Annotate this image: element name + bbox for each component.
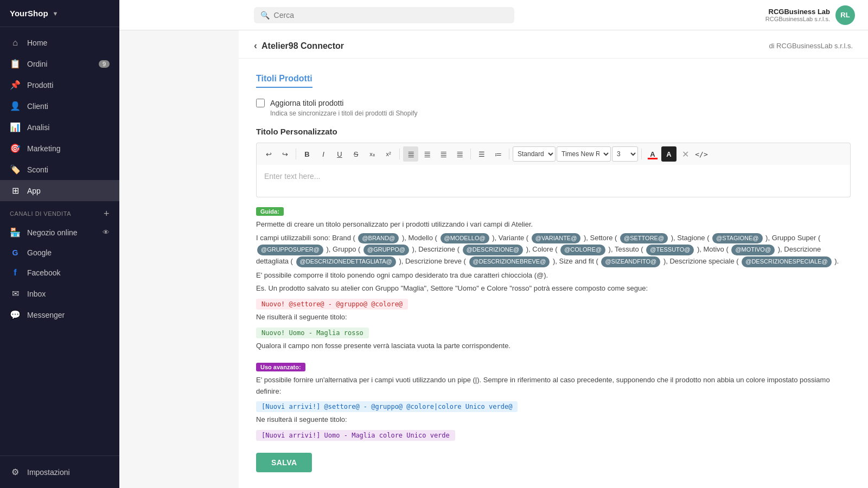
sidebar-item-google[interactable]: G Google [0, 243, 119, 262]
align-center-button[interactable]: ≣ [419, 146, 435, 162]
subscript-button[interactable]: x₂ [365, 146, 380, 162]
sidebar-item-prodotti[interactable]: 📌 Prodotti [0, 74, 119, 95]
sidebar-item-messenger[interactable]: 💬 Messenger [0, 304, 119, 325]
guide-result-label: Ne risulterà il seguente titolo: [256, 312, 851, 323]
toolbar-separator-3 [470, 149, 471, 159]
sidebar-item-label: Sconti [27, 165, 48, 174]
tag-descbreve: @DESCRIZIONEBREVE@ [469, 256, 550, 267]
sidebar-item-label: Negozio online [27, 228, 78, 237]
uso-result-label: Ne risulterà il seguente titolo: [256, 414, 851, 426]
clients-icon: 👤 [10, 101, 21, 111]
analytics-icon: 📊 [10, 122, 21, 132]
sidebar-item-inbox[interactable]: ✉ Inbox [0, 283, 119, 304]
sidebar-item-home[interactable]: ⌂ Home [0, 33, 119, 53]
sidebar-item-label: Inbox [27, 290, 46, 298]
sidebar-item-facebook[interactable]: f Facebook [0, 262, 119, 283]
page-header: ‹ Atelier98 Connector di RCGBusinessLab … [239, 30, 868, 59]
sidebar-item-marketing[interactable]: 🎯 Marketing [0, 138, 119, 159]
tag-descdettagliata: @DESCRIZIONEDETTAGLIATA@ [296, 256, 396, 267]
main-content: ‹ Atelier98 Connector di RCGBusinessLab … [239, 30, 868, 488]
redo-button[interactable]: ↪ [277, 146, 292, 162]
italic-button[interactable]: I [316, 146, 331, 162]
guide-text-1: Permette di creare un titolo personalizz… [256, 219, 851, 230]
sidebar-item-label: Facebook [27, 268, 60, 277]
clear-format-button[interactable]: ✕ [678, 146, 693, 162]
size-select[interactable]: 3 [612, 146, 638, 162]
section-title: Titoli Prodotti [256, 74, 312, 88]
sidebar-item-app[interactable]: ⊞ App [0, 180, 119, 201]
sidebar-logo[interactable]: YourShop ▼ [0, 0, 119, 27]
app-icon: ⊞ [10, 185, 21, 196]
checkbox-row: Aggiorna titoli prodotti [256, 99, 851, 107]
sidebar-item-ordini[interactable]: 📋 Ordini 9 [0, 53, 119, 74]
tag-motivo: @MOTIVO@ [731, 245, 775, 255]
save-button[interactable]: SALVA [256, 453, 312, 472]
undo-button[interactable]: ↩ [261, 146, 276, 162]
facebook-icon: f [10, 268, 21, 278]
guide-badge: Guida: [256, 207, 284, 216]
content-area: Titoli Prodotti Aggiorna titoli prodotti… [239, 59, 868, 487]
sidebar-item-impostazioni[interactable]: ⚙ Impostazioni [0, 461, 119, 483]
sidebar-nav: ⌂ Home 📋 Ordini 9 📌 Prodotti 👤 Clienti 📊… [0, 27, 119, 455]
sidebar-item-label: Home [27, 38, 47, 47]
checkbox-help-text: Indica se sincronizzare i titoli dei pro… [270, 110, 851, 117]
topnav: 🔍 RCGBusiness Lab RCGBusinessLab s.r.l.s… [119, 0, 868, 30]
ordered-list-button[interactable]: ≔ [490, 146, 506, 162]
avatar[interactable]: RL [835, 5, 855, 25]
font-select[interactable]: Times New Roman [557, 146, 611, 162]
breadcrumb: ‹ Atelier98 Connector [254, 40, 344, 52]
checkbox-label[interactable]: Aggiorna titoli prodotti [270, 99, 343, 107]
toolbar-separator-5 [641, 149, 642, 159]
superscript-button[interactable]: x² [381, 146, 396, 162]
update-titles-checkbox[interactable] [256, 99, 265, 107]
underline-button[interactable]: U [332, 146, 347, 162]
source-code-button[interactable]: </> [694, 146, 709, 162]
sidebar-item-label: Ordini [27, 60, 47, 68]
tag-brand: @BRAND@ [358, 233, 399, 244]
sidebar-item-label: Clienti [27, 102, 48, 111]
bg-color-button[interactable]: A [661, 146, 676, 162]
font-color-button[interactable]: A [645, 146, 660, 162]
format-select[interactable]: Standard [513, 146, 556, 162]
editor-toolbar: ↩ ↪ B I U S x₂ x² ≣ ≣ ≣ ≣ ☰ ≔ Standard T… [256, 143, 851, 165]
page-credit: di RCGBusinessLab s.r.l.s. [769, 42, 853, 50]
guide-text-chiocciola: E' possibile comporre il titolo ponendo … [256, 270, 851, 281]
inbox-icon: ✉ [10, 288, 21, 299]
uso-avanzato-section: Uso avanzato: E' possibile fornire un'al… [256, 362, 851, 443]
sidebar-item-label: Marketing [27, 144, 60, 153]
sidebar-item-label: Analisi [27, 123, 49, 132]
sidebar-bottom: ⚙ Impostazioni [0, 455, 119, 488]
tag-variante: @VARIANTE@ [532, 233, 581, 244]
code-sample-1: Nuovo! @settore@ - @gruppo@ @colore@ [256, 299, 408, 310]
unordered-list-button[interactable]: ☰ [474, 146, 489, 162]
bold-button[interactable]: B [299, 146, 315, 162]
sidebar-item-sconti[interactable]: 🏷️ Sconti [0, 159, 119, 180]
sidebar-item-label: App [27, 187, 41, 195]
align-left-button[interactable]: ≣ [403, 146, 418, 162]
sidebar-item-clienti[interactable]: 👤 Clienti [0, 95, 119, 117]
add-channel-button[interactable]: + [104, 209, 110, 219]
guide-text-empty-field: Qualora il campo non fosse presente verr… [256, 341, 851, 352]
back-button[interactable]: ‹ [254, 40, 257, 52]
user-info: RCGBusiness Lab RCGBusinessLab s.r.l.s. [765, 8, 830, 22]
search-input[interactable] [274, 11, 508, 20]
logo-arrow: ▼ [53, 10, 59, 17]
user-company: RCGBusinessLab s.r.l.s. [765, 16, 830, 22]
sidebar-item-analisi[interactable]: 📊 Analisi [0, 117, 119, 138]
tag-descspeciale: @DESCRIZIONESPECIALE@ [742, 256, 831, 267]
sidebar-item-negozio-online[interactable]: 🏪 Negozio online 👁 [0, 222, 119, 243]
sidebar-section-channels: CANALI DI VENDITA + [0, 201, 119, 222]
uso-avanzato-badge: Uso avanzato: [256, 363, 305, 371]
align-right-button[interactable]: ≣ [436, 146, 451, 162]
tag-tessuto: @TESSUTO@ [646, 245, 694, 255]
tag-stagione: @STAGIONE@ [712, 233, 762, 244]
code-sample-2: [Nuovi arrivi!] @settore@ - @gruppo@ @co… [256, 401, 518, 412]
editor-area[interactable]: Enter text here... [256, 165, 851, 197]
code-result-2: [Nuovi arrivi!] Uomo - Maglia colore Uni… [256, 430, 455, 441]
strikethrough-button[interactable]: S [348, 146, 363, 162]
guide-example-intro: Es. Un prodotto salvato su atelier con G… [256, 283, 851, 294]
tag-descrizione: @DESCRIZIONE@ [463, 245, 524, 255]
align-justify-button[interactable]: ≣ [452, 146, 467, 162]
products-icon: 📌 [10, 80, 21, 90]
sidebar-item-label: Impostazioni [27, 468, 70, 477]
